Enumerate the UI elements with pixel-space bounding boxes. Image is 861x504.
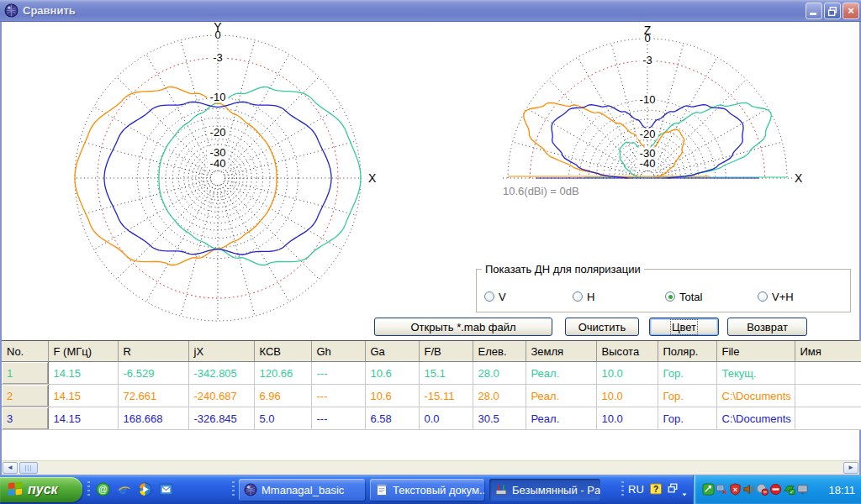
table-row-3[interactable]: 314.15168.668-326.8455.0---6.580.030.5Ре… bbox=[2, 407, 861, 430]
antivirus-ok-icon[interactable]: ✓ bbox=[783, 483, 795, 496]
table-cell[interactable]: 10.0 bbox=[596, 407, 658, 430]
column-header-gh[interactable]: Gh bbox=[311, 341, 365, 362]
table-row-2[interactable]: 214.1572.661-240.6876.96---10.6-15.1128.… bbox=[2, 385, 861, 407]
open-mab-file-button[interactable]: Открыть *.mab файл bbox=[374, 318, 552, 336]
messenger-icon[interactable]: @ bbox=[96, 482, 110, 496]
column-header-ксв[interactable]: КСВ bbox=[254, 341, 311, 362]
taskbar-clock[interactable]: 18:11 bbox=[828, 484, 855, 496]
row-header-cell[interactable]: 3 bbox=[2, 407, 48, 430]
table-cell[interactable]: Гор. bbox=[658, 385, 716, 407]
column-header-f-мгц-[interactable]: F (МГц) bbox=[48, 341, 118, 362]
taskbar-separator[interactable] bbox=[621, 481, 624, 498]
table-cell[interactable]: --- bbox=[311, 407, 365, 430]
return-button[interactable]: Возврат bbox=[727, 318, 807, 336]
table-cell[interactable]: C:\Documents a bbox=[716, 385, 795, 407]
column-header-имя[interactable]: Имя bbox=[795, 341, 861, 362]
table-cell[interactable]: C:\Documents a bbox=[716, 407, 795, 430]
table-cell[interactable]: 15.1 bbox=[419, 362, 473, 385]
column-header-поляр-[interactable]: Поляр. bbox=[658, 341, 716, 362]
radio-circle-icon[interactable] bbox=[665, 291, 675, 302]
color-button[interactable]: Цвет bbox=[649, 318, 719, 336]
table-cell[interactable]: -15.11 bbox=[419, 385, 473, 407]
radio-total[interactable]: Total bbox=[665, 290, 702, 303]
column-header-ga[interactable]: Ga bbox=[365, 341, 419, 362]
column-header-земля[interactable]: Земля bbox=[526, 341, 596, 362]
table-cell[interactable]: 168.668 bbox=[118, 407, 188, 430]
start-button[interactable]: пуск bbox=[0, 477, 82, 502]
usb-icon[interactable] bbox=[702, 483, 715, 496]
table-cell[interactable]: 14.15 bbox=[48, 407, 118, 430]
table-cell[interactable]: -240.687 bbox=[188, 385, 254, 407]
ie-icon[interactable]: e bbox=[117, 482, 131, 496]
scrollbar-thumb[interactable] bbox=[19, 462, 38, 474]
row-header-cell[interactable]: 1 bbox=[2, 362, 48, 385]
table-cell[interactable]: -6.529 bbox=[118, 362, 188, 385]
table-cell[interactable]: Реал. bbox=[526, 385, 596, 407]
column-header-елев-[interactable]: Елев. bbox=[473, 341, 526, 362]
radio-circle-icon[interactable] bbox=[484, 291, 494, 302]
column-header-f-b[interactable]: F/B bbox=[419, 341, 473, 362]
radio-v-h[interactable]: V+H bbox=[758, 290, 794, 303]
clear-button[interactable]: Очистить bbox=[565, 318, 639, 336]
table-cell[interactable]: 14.15 bbox=[48, 385, 118, 407]
restore-button[interactable] bbox=[824, 3, 841, 19]
table-cell[interactable] bbox=[795, 385, 861, 407]
table-cell[interactable]: Гор. bbox=[658, 362, 716, 385]
table-cell[interactable] bbox=[795, 407, 861, 430]
scroll-right-arrow[interactable]: ► bbox=[843, 462, 858, 474]
table-cell[interactable]: 5.0 bbox=[254, 407, 311, 430]
table-cell[interactable]: Реал. bbox=[526, 362, 596, 385]
table-cell[interactable]: 10.0 bbox=[596, 362, 658, 385]
radio-h[interactable]: H bbox=[573, 290, 594, 303]
language-indicator[interactable]: RU bbox=[628, 483, 644, 496]
minimize-button[interactable] bbox=[806, 3, 822, 19]
table-cell[interactable]: --- bbox=[311, 362, 365, 385]
table-cell[interactable] bbox=[795, 362, 861, 385]
table-cell[interactable]: 0.0 bbox=[419, 407, 473, 430]
table-cell[interactable]: 10.0 bbox=[596, 385, 658, 407]
row-header-cell[interactable]: 2 bbox=[2, 385, 48, 407]
task-button-mmana[interactable]: Mmanagal_basic bbox=[239, 479, 365, 501]
language-bar-options-icon[interactable] bbox=[680, 486, 689, 493]
display-icon[interactable] bbox=[796, 483, 809, 496]
table-cell[interactable]: 10.6 bbox=[365, 362, 419, 385]
column-header-jx[interactable]: jX bbox=[188, 341, 254, 362]
radio-circle-icon[interactable] bbox=[758, 291, 768, 302]
column-header-file[interactable]: File bbox=[716, 341, 795, 362]
table-cell[interactable]: 28.0 bbox=[473, 385, 526, 407]
table-cell[interactable]: 6.58 bbox=[365, 407, 419, 430]
outlook-icon[interactable] bbox=[159, 482, 173, 496]
table-cell[interactable]: Текущ. bbox=[716, 362, 795, 385]
table-cell[interactable]: 14.15 bbox=[48, 362, 118, 385]
keyboard-help-icon[interactable]: ? bbox=[649, 482, 663, 496]
close-button[interactable]: × bbox=[843, 3, 859, 19]
no-entry-icon[interactable] bbox=[769, 483, 782, 496]
radio-circle-icon[interactable] bbox=[573, 291, 583, 302]
mmana-app-icon[interactable] bbox=[4, 3, 18, 18]
horizontal-scrollbar[interactable]: ◄ ► bbox=[2, 460, 859, 475]
task-button-paint[interactable]: Безымянный - Paint bbox=[489, 479, 600, 501]
media-player-icon[interactable] bbox=[138, 482, 152, 496]
task-button-notepad[interactable]: Текстовый докум... bbox=[370, 479, 484, 501]
table-cell[interactable]: 28.0 bbox=[473, 362, 526, 385]
table-cell[interactable]: Реал. bbox=[526, 407, 596, 430]
table-cell[interactable]: 10.6 bbox=[365, 385, 419, 407]
radio-v[interactable]: V bbox=[484, 290, 506, 303]
table-cell[interactable]: 120.66 bbox=[254, 362, 311, 385]
language-bar-restore-icon[interactable] bbox=[667, 482, 679, 494]
column-header-r[interactable]: R bbox=[118, 341, 188, 362]
security-shield-icon[interactable]: × bbox=[729, 483, 742, 496]
taskbar-separator[interactable] bbox=[232, 481, 235, 498]
column-header-no-[interactable]: No. bbox=[2, 341, 48, 362]
table-row-1[interactable]: 114.15-6.529-342.805120.66---10.615.128.… bbox=[2, 362, 861, 385]
scroll-left-arrow[interactable]: ◄ bbox=[3, 462, 18, 474]
table-cell[interactable]: 72.661 bbox=[118, 385, 188, 407]
table-cell[interactable]: --- bbox=[311, 385, 365, 407]
title-bar[interactable]: Сравнить × bbox=[0, 0, 861, 22]
network-error-icon[interactable]: × bbox=[716, 483, 728, 496]
column-header-высота[interactable]: Высота bbox=[596, 341, 658, 362]
table-cell[interactable]: 30.5 bbox=[473, 407, 526, 430]
table-cell[interactable]: -326.845 bbox=[188, 407, 254, 430]
blocked-app-icon[interactable] bbox=[756, 483, 769, 496]
taskbar-separator[interactable] bbox=[87, 481, 90, 498]
